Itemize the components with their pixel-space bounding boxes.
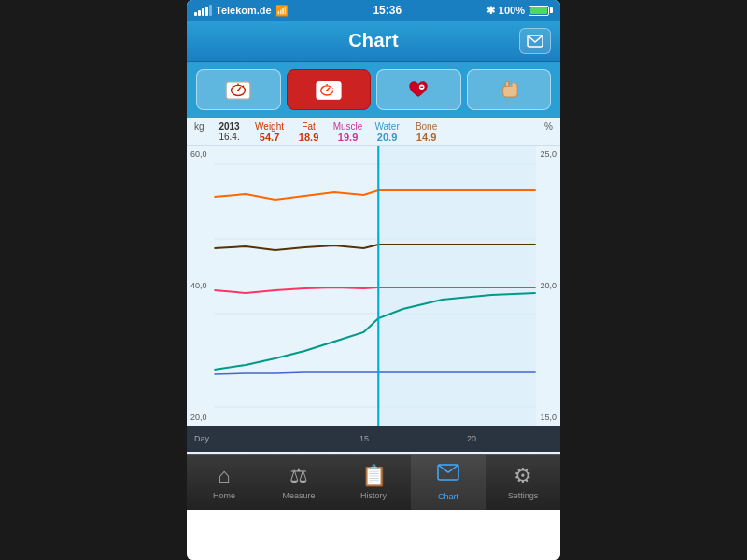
year-label: 2013 xyxy=(218,121,239,132)
weight-label: Weight xyxy=(255,121,284,132)
y-axis-left: 60,0 40,0 20,0 xyxy=(190,146,207,426)
signal-bars-icon xyxy=(194,5,212,16)
tab-measure[interactable]: ⚖ Measure xyxy=(261,455,336,510)
chart-icon xyxy=(437,463,459,489)
chart-svg-wrapper[interactable]: 60,0 40,0 20,0 25,0 20,0 15,0 xyxy=(187,146,560,426)
battery-label: 100% xyxy=(499,5,525,16)
segment-heart[interactable] xyxy=(376,69,461,110)
segment-bar xyxy=(187,62,560,118)
water-value: 20.9 xyxy=(377,132,397,143)
bone-col: Bone 14.9 xyxy=(410,121,444,143)
muscle-col: Muscle 19.9 xyxy=(331,121,365,143)
day-label: Day xyxy=(194,434,209,443)
carrier-label: Telekom.de xyxy=(216,5,272,16)
header: Chart xyxy=(187,21,560,62)
y-label-20: 20,0 xyxy=(190,413,207,422)
fat-label: Fat xyxy=(302,121,315,132)
line-chart xyxy=(187,146,560,426)
svg-line-4 xyxy=(243,86,244,87)
x-marker-15: 15 xyxy=(359,434,369,443)
tab-bar: ⌂ Home ⚖ Measure 📋 History Chart ⚙ Setti… xyxy=(187,454,560,510)
water-col: Water 20.9 xyxy=(371,121,404,143)
y-label-60: 60,0 xyxy=(190,149,207,159)
weight-col: Weight 54.7 xyxy=(253,121,287,143)
clock: 15:36 xyxy=(373,4,402,17)
status-bar: Telekom.de 📶 15:36 ✱ 100% xyxy=(187,0,560,21)
y-label-20: 20,0 xyxy=(540,281,557,290)
y-label-40: 40,0 xyxy=(190,281,207,290)
mail-button[interactable] xyxy=(519,28,551,54)
x-axis: Day 15 20 xyxy=(187,426,560,452)
muscle-value: 19.9 xyxy=(338,132,358,143)
tab-chart-label: Chart xyxy=(438,492,458,501)
wifi-icon: 📶 xyxy=(275,5,289,17)
tab-home-label: Home xyxy=(213,491,235,500)
y-label-15: 15,0 xyxy=(540,413,557,422)
date-column: 2013 16.4. xyxy=(212,121,247,142)
home-icon: ⌂ xyxy=(218,464,230,488)
x-marker-20: 20 xyxy=(467,434,476,443)
measure-icon: ⚖ xyxy=(289,464,308,488)
tab-history-label: History xyxy=(360,491,387,500)
history-icon: 📋 xyxy=(361,464,387,488)
y-axis-right: 25,0 20,0 15,0 xyxy=(540,146,557,426)
tab-settings-label: Settings xyxy=(508,491,539,500)
water-label: Water xyxy=(374,121,399,132)
segment-scale-detail[interactable] xyxy=(287,69,372,110)
phone-frame: Telekom.de 📶 15:36 ✱ 100% Chart xyxy=(187,0,560,560)
data-header: kg 2013 16.4. Weight 54.7 Fat 18.9 Muscl… xyxy=(187,118,560,146)
fat-col: Fat 18.9 xyxy=(292,121,326,143)
svg-point-7 xyxy=(237,90,239,91)
status-left: Telekom.de 📶 xyxy=(194,5,289,17)
tab-home[interactable]: ⌂ Home xyxy=(187,455,261,510)
svg-point-12 xyxy=(326,90,328,91)
mail-icon xyxy=(527,35,543,48)
tab-settings[interactable]: ⚙ Settings xyxy=(486,455,560,510)
unit-pct: % xyxy=(544,121,553,132)
weight-value: 54.7 xyxy=(260,132,279,143)
svg-line-5 xyxy=(233,86,233,87)
tab-history[interactable]: 📋 History xyxy=(336,455,411,510)
status-right: ✱ 100% xyxy=(486,5,553,17)
date-label: 16.4. xyxy=(218,132,239,142)
svg-point-14 xyxy=(332,86,334,88)
segment-glove[interactable] xyxy=(467,69,552,110)
chart-area: kg 2013 16.4. Weight 54.7 Fat 18.9 Muscl… xyxy=(187,118,560,454)
tab-measure-label: Measure xyxy=(282,491,315,500)
segment-scale-basic[interactable] xyxy=(196,69,281,110)
y-label-25: 25,0 xyxy=(540,149,557,159)
tab-chart[interactable]: Chart xyxy=(411,455,486,510)
svg-rect-22 xyxy=(378,146,535,426)
bluetooth-icon: ✱ xyxy=(486,5,495,17)
page-title: Chart xyxy=(348,30,399,51)
settings-icon: ⚙ xyxy=(514,464,532,488)
unit-kg: kg xyxy=(194,121,204,132)
bone-label: Bone xyxy=(416,121,437,132)
bone-value: 14.9 xyxy=(416,132,436,143)
muscle-label: Muscle xyxy=(333,121,363,132)
fat-value: 18.9 xyxy=(299,132,318,143)
battery-icon xyxy=(529,6,553,16)
